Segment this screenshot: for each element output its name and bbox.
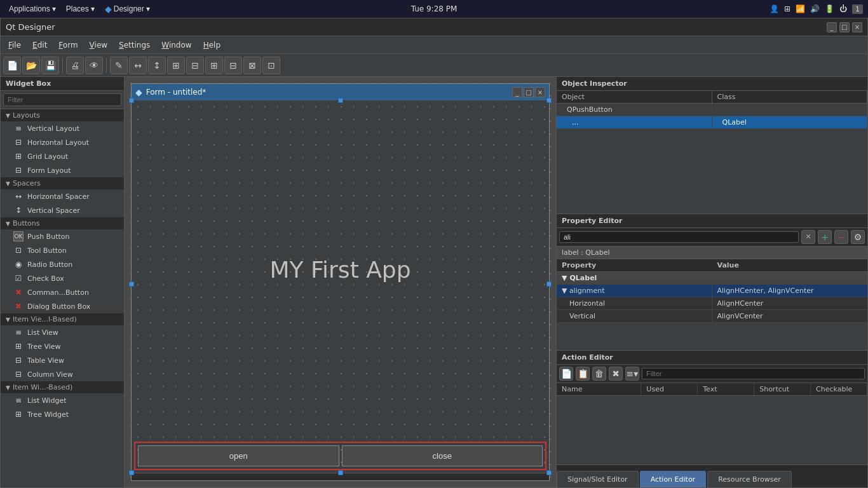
expand-icon: ▼: [6, 180, 10, 187]
ae-col-name: Name: [557, 383, 641, 395]
pe-val-vertical: AlignVCenter: [712, 310, 868, 322]
property-clear-button[interactable]: ✕: [801, 230, 815, 244]
widget-grid-layout[interactable]: ⊞ Grid Layout: [1, 149, 124, 163]
menu-view[interactable]: View: [85, 39, 112, 51]
menu-window[interactable]: Window: [156, 39, 196, 51]
property-filter-input[interactable]: [559, 231, 799, 243]
widget-horizontal-layout[interactable]: ⊟ Horizontal Layout: [1, 135, 124, 149]
property-add-button[interactable]: +: [818, 230, 832, 244]
widget-command-button[interactable]: ✖ Comman...Button: [1, 285, 124, 299]
menu-file[interactable]: File: [3, 39, 26, 51]
applications-menu[interactable]: Applications ▾: [5, 3, 60, 15]
selection-handle-tl: [129, 98, 134, 103]
open-button[interactable]: open: [138, 445, 339, 466]
layout-split-v[interactable]: ⊟: [224, 57, 242, 74]
canvas-area: ◆ Form - untitled* _ □ ×: [125, 77, 556, 487]
category-layouts: ▼ Layouts: [1, 109, 124, 121]
form-close-button[interactable]: ×: [535, 87, 545, 97]
property-editor-title: Property Editor: [557, 214, 867, 228]
adjust-size[interactable]: ⊡: [262, 57, 280, 74]
selection-handle-bc: [338, 470, 343, 475]
widget-tree-view[interactable]: ⊞ Tree View: [1, 339, 124, 353]
widget-vertical-layout[interactable]: ≡ Vertical Layout: [1, 121, 124, 135]
widget-radio-button[interactable]: ◉ Radio Button: [1, 257, 124, 271]
widget-check-box[interactable]: ☑ Check Box: [1, 271, 124, 285]
break-layout[interactable]: ⊠: [243, 57, 261, 74]
property-editor-header: Property Value: [557, 259, 867, 272]
property-config-button[interactable]: ⚙: [851, 230, 865, 244]
widget-horizontal-spacer[interactable]: ↔ Horizontal Spacer: [1, 189, 124, 203]
tab-signal-slot-editor[interactable]: Signal/Slot Editor: [557, 471, 639, 487]
edit-mode[interactable]: ✎: [110, 57, 128, 74]
pe-row-alignment[interactable]: ▼ alignment AlignHCenter, AlignVCenter: [557, 285, 867, 297]
widget-tool-button[interactable]: ⊡ Tool Button: [1, 243, 124, 257]
form-window: ◆ Form - untitled* _ □ ×: [131, 83, 550, 481]
widget-tree-widget[interactable]: ⊞ Tree Widget: [1, 407, 124, 421]
oi-object-name-selected: ...: [557, 116, 712, 128]
oi-col-object: Object: [557, 91, 712, 103]
property-label: label : QLabel: [557, 247, 867, 259]
pe-row-horizontal[interactable]: Horizontal AlignHCenter: [557, 297, 867, 310]
layout-h[interactable]: ↔: [129, 57, 147, 74]
menu-help[interactable]: Help: [198, 39, 226, 51]
object-inspector: Object Inspector Object Class QPushButto…: [557, 77, 867, 214]
open-button[interactable]: 📂: [22, 57, 40, 74]
oi-object-name: QPushButton: [557, 104, 712, 116]
widget-list-view[interactable]: ≡ List View: [1, 325, 124, 339]
dialog-button-icon: ✖: [13, 301, 24, 311]
widget-list: ▼ Layouts ≡ Vertical Layout ⊟ Horizontal…: [1, 109, 124, 487]
widget-column-view[interactable]: ⊟ Column View: [1, 367, 124, 381]
menu-settings[interactable]: Settings: [114, 39, 155, 51]
form-maximize-button[interactable]: □: [524, 87, 534, 97]
ae-config-button[interactable]: ✖: [609, 367, 623, 381]
ae-copy-button[interactable]: 📋: [576, 367, 590, 381]
battery-icon: 🔋: [825, 4, 834, 13]
oi-row-qpushbutton[interactable]: QPushButton: [557, 104, 867, 116]
widget-filter-input[interactable]: [3, 93, 121, 106]
close-button[interactable]: ×: [852, 22, 862, 32]
print-button[interactable]: 🖨: [66, 57, 84, 74]
command-button-icon: ✖: [13, 287, 24, 297]
action-filter-input[interactable]: [642, 368, 865, 379]
ae-new-button[interactable]: 📄: [559, 367, 573, 381]
preview-button[interactable]: 👁: [85, 57, 103, 74]
expand-icon: ▼: [6, 316, 10, 323]
action-editor: Action Editor 📄 📋 🗑 ✖ ≡▾ Name Used Text …: [557, 351, 867, 487]
property-minus-button[interactable]: −: [834, 230, 848, 244]
layout-form[interactable]: ⊟: [186, 57, 204, 74]
widget-vertical-spacer[interactable]: ↕ Vertical Spacer: [1, 203, 124, 217]
places-menu[interactable]: Places ▾: [62, 3, 98, 15]
object-inspector-header: Object Class: [557, 91, 867, 104]
pe-key-alignment: ▼ alignment: [557, 285, 712, 297]
widget-push-button[interactable]: OK Push Button: [1, 229, 124, 243]
new-button[interactable]: 📄: [3, 57, 21, 74]
tab-action-editor[interactable]: Action Editor: [640, 471, 707, 487]
menu-edit[interactable]: Edit: [27, 39, 52, 51]
layout-grid[interactable]: ⊞: [167, 57, 185, 74]
menu-form[interactable]: Form: [53, 39, 83, 51]
widget-form-layout[interactable]: ⊟ Form Layout: [1, 163, 124, 177]
vertical-layout-icon: ≡: [13, 123, 24, 133]
selection-handle-bl: [129, 470, 134, 475]
minimize-button[interactable]: _: [827, 22, 837, 32]
expand-icon: ▼: [6, 112, 10, 119]
form-title: Form - untitled*: [146, 88, 206, 97]
pe-col-value: Value: [712, 259, 868, 271]
designer-menu[interactable]: ◆ Designer ▾: [101, 3, 154, 15]
save-button[interactable]: 💾: [41, 57, 59, 74]
layout-v[interactable]: ↕: [148, 57, 166, 74]
ae-delete-button[interactable]: 🗑: [592, 367, 606, 381]
maximize-button[interactable]: □: [839, 22, 850, 32]
layout-split-h[interactable]: ⊞: [205, 57, 223, 74]
property-editor: Property Editor ✕ + − ⚙ label : QLabel P…: [557, 214, 867, 351]
pe-row-vertical[interactable]: Vertical AlignVCenter: [557, 310, 867, 323]
oi-row-qlabel[interactable]: ... QLabel: [557, 116, 867, 129]
widget-dialog-button-box[interactable]: ✖ Dialog Button Box: [1, 299, 124, 313]
close-button[interactable]: close: [342, 445, 543, 466]
tab-resource-browser[interactable]: Resource Browser: [707, 471, 792, 487]
power-icon: ⏻: [839, 4, 847, 13]
widget-table-view[interactable]: ⊟ Table View: [1, 353, 124, 367]
ae-menu-button[interactable]: ≡▾: [625, 367, 639, 381]
widget-list-widget[interactable]: ≡ List Widget: [1, 393, 124, 407]
form-minimize-button[interactable]: _: [512, 87, 522, 97]
